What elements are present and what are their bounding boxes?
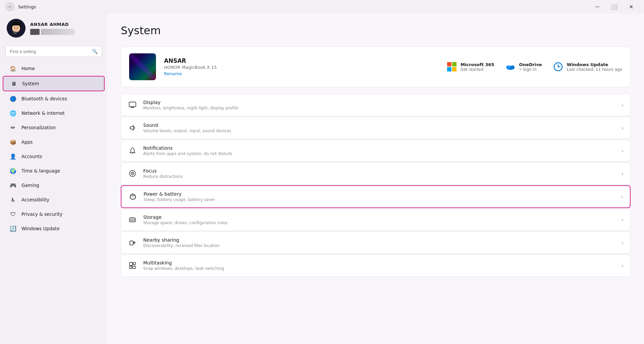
quick-links: Microsoft 365 Get started OneDrive • Sig… (446, 61, 622, 72)
setting-subtitle-storage: Storage space, drives, configuration rul… (143, 220, 615, 225)
sidebar-item-accounts[interactable]: 👤 Accounts (3, 149, 105, 163)
svg-point-3 (14, 28, 15, 29)
setting-icon-nearby (128, 238, 137, 247)
quick-link-info-microsoft365: Microsoft 365 Get started (461, 62, 494, 72)
search-box[interactable]: 🔍 (5, 46, 102, 57)
device-model: HONOR MagicBook X 15 (164, 65, 438, 70)
nav-label-system: System (22, 81, 39, 86)
setting-text-display: Display Monitors, brightness, night ligh… (143, 100, 615, 110)
quick-link-sub-windows_update: Last checked: 11 hours ago (567, 67, 622, 72)
setting-item-display[interactable]: Display Monitors, brightness, night ligh… (121, 94, 631, 116)
sidebar-item-accessibility[interactable]: ♿ Accessibility (3, 193, 105, 207)
user-section: ANSAR AHMAD (0, 13, 107, 44)
setting-title-focus: Focus (143, 168, 615, 174)
nav-icon-accessibility: ♿ (9, 196, 17, 203)
chevron-icon-power: › (621, 194, 623, 200)
svg-rect-21 (130, 219, 135, 220)
setting-item-multitasking[interactable]: Multitasking Snap windows, desktops, tas… (121, 254, 631, 277)
device-thumbnail-inner (129, 53, 156, 80)
nav-label-personalization: Personalization (21, 125, 56, 130)
svg-point-12 (511, 65, 515, 69)
sidebar-item-privacy[interactable]: 🛡 Privacy & security (3, 207, 105, 221)
quick-link-microsoft365[interactable]: Microsoft 365 Get started (446, 61, 494, 72)
setting-icon-storage (128, 215, 137, 225)
setting-item-sound[interactable]: Sound Volume levels, output, input, soun… (121, 117, 631, 139)
chevron-icon-storage: › (622, 217, 624, 223)
svg-rect-23 (129, 262, 132, 265)
nav-icon-network: 🌐 (9, 109, 17, 117)
nav-label-accounts: Accounts (21, 154, 42, 159)
maximize-button[interactable]: ⬜ (606, 1, 622, 12)
chevron-icon-nearby: › (622, 240, 624, 246)
title-bar-left: ← Settings (5, 2, 36, 11)
setting-item-nearby[interactable]: Nearby sharing Discoverability, received… (121, 232, 631, 254)
svg-rect-26 (132, 266, 136, 268)
sidebar-item-bluetooth[interactable]: 🔵 Bluetooth & devices (3, 92, 105, 106)
nav-icon-gaming: 🎮 (9, 182, 17, 189)
setting-item-focus[interactable]: Focus Reduce distractions › (121, 162, 631, 185)
quick-link-onedrive[interactable]: OneDrive • Sign In (505, 61, 542, 72)
nav-icon-apps: 📦 (9, 138, 17, 146)
minimize-button[interactable]: ─ (590, 1, 605, 12)
nav-label-network: Network & internet (21, 110, 65, 116)
user-bar-light (41, 29, 74, 35)
nav-icon-accounts: 👤 (9, 153, 17, 160)
sidebar-item-personalization[interactable]: ✏️ Personalization (3, 120, 105, 135)
quick-link-icon-windows_update (553, 61, 564, 72)
nav-items: 🏠 Home 🖥 System 🔵 Bluetooth & devices 🌐 … (0, 60, 107, 237)
quick-link-title-windows_update: Windows Update (567, 62, 622, 67)
setting-item-power[interactable]: Power & battery Sleep, battery usage, ba… (121, 185, 631, 208)
setting-title-nearby: Nearby sharing (143, 237, 615, 243)
close-button[interactable]: ✕ (623, 1, 639, 12)
svg-point-18 (132, 173, 133, 174)
setting-icon-focus (128, 169, 137, 178)
setting-title-storage: Storage (143, 214, 615, 220)
setting-text-nearby: Nearby sharing Discoverability, received… (143, 237, 615, 248)
user-info: ANSAR AHMAD (30, 22, 101, 35)
sidebar-item-gaming[interactable]: 🎮 Gaming (3, 178, 105, 192)
sidebar-item-network[interactable]: 🌐 Network & internet (3, 106, 105, 120)
setting-item-notifications[interactable]: Notifications Alerts from apps and syste… (121, 140, 631, 162)
avatar[interactable] (7, 19, 25, 38)
sidebar-item-home[interactable]: 🏠 Home (3, 61, 105, 76)
setting-text-focus: Focus Reduce distractions (143, 168, 615, 179)
nav-label-apps: Apps (21, 139, 33, 145)
setting-title-notifications: Notifications (143, 145, 615, 151)
window-title: Settings (18, 4, 36, 9)
quick-link-info-onedrive: OneDrive • Sign In (519, 62, 542, 72)
back-button[interactable]: ← (5, 2, 15, 11)
svg-rect-5 (13, 32, 17, 34)
nav-icon-update: 🔄 (9, 225, 17, 232)
nav-label-time: Time & language (21, 168, 60, 174)
nav-label-privacy: Privacy & security (21, 211, 62, 217)
quick-link-windows_update[interactable]: Windows Update Last checked: 11 hours ag… (553, 61, 622, 72)
chevron-icon-notifications: › (622, 148, 624, 154)
setting-icon-notifications (128, 146, 137, 155)
setting-icon-sound (128, 123, 137, 133)
setting-title-multitasking: Multitasking (143, 260, 615, 265)
nav-label-update: Windows Update (21, 226, 59, 231)
search-input[interactable] (10, 49, 89, 54)
svg-rect-24 (133, 262, 136, 265)
nav-label-home: Home (21, 66, 35, 71)
nav-label-gaming: Gaming (21, 183, 39, 188)
svg-rect-22 (130, 241, 133, 245)
rename-link[interactable]: Rename (164, 71, 182, 76)
setting-title-sound: Sound (143, 122, 615, 128)
user-name: ANSAR AHMAD (30, 22, 101, 27)
user-bar-dark (30, 29, 40, 35)
sidebar-item-system[interactable]: 🖥 System (3, 76, 105, 91)
svg-rect-25 (129, 266, 132, 268)
sidebar-item-apps[interactable]: 📦 Apps (3, 135, 105, 149)
setting-title-power: Power & battery (144, 191, 615, 197)
device-info: ANSAR HONOR MagicBook X 15 Rename (164, 57, 438, 77)
nav-icon-home: 🏠 (9, 65, 17, 72)
sidebar-item-time[interactable]: 🌍 Time & language (3, 164, 105, 178)
sidebar-item-update[interactable]: 🔄 Windows Update (3, 222, 105, 236)
device-name: ANSAR (164, 57, 438, 64)
nav-label-accessibility: Accessibility (21, 197, 49, 202)
svg-rect-6 (447, 62, 451, 66)
setting-item-storage[interactable]: Storage Storage space, drives, configura… (121, 209, 631, 231)
nav-label-bluetooth: Bluetooth & devices (21, 96, 67, 101)
chevron-icon-focus: › (622, 170, 624, 177)
